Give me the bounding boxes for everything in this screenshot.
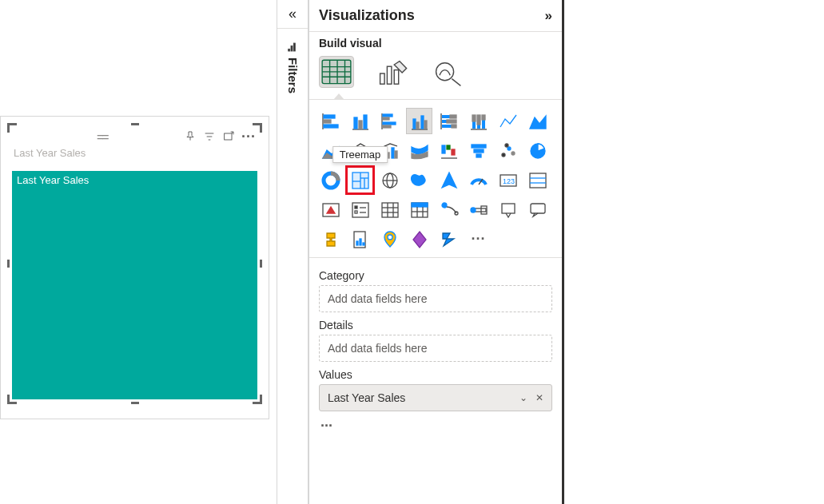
expand-pane-button[interactable]: »: [545, 8, 552, 24]
collapse-filters-button[interactable]: «: [277, 0, 308, 29]
py-visual-icon[interactable]: [465, 196, 492, 223]
svg-point-62: [502, 153, 505, 157]
svg-rect-56: [447, 145, 450, 149]
field-wells: Category Add data fields here Details Ad…: [309, 258, 562, 446]
100-stacked-column-icon[interactable]: [465, 108, 492, 134]
slicer-icon[interactable]: [347, 196, 373, 223]
resize-handle[interactable]: [249, 123, 262, 136]
drag-icon[interactable]: ==: [97, 130, 108, 144]
donut-icon[interactable]: [317, 167, 344, 193]
more-wells-icon[interactable]: ···: [319, 415, 552, 438]
svg-point-101: [471, 208, 476, 212]
funnel-icon[interactable]: [465, 137, 492, 164]
svg-rect-47: [482, 115, 485, 120]
map-icon[interactable]: [376, 167, 403, 193]
svg-rect-60: [474, 149, 484, 153]
well-category[interactable]: Add data fields here: [319, 285, 552, 312]
paginated-report-icon[interactable]: [347, 226, 373, 252]
well-label-category: Category: [319, 269, 552, 282]
resize-handle[interactable]: [7, 260, 10, 268]
svg-rect-18: [324, 120, 331, 123]
well-label-values: Values: [319, 368, 552, 381]
treemap-icon[interactable]: Treemap: [347, 167, 373, 193]
svg-rect-57: [452, 149, 455, 155]
multi-row-card-icon[interactable]: [524, 167, 551, 193]
filter-icon[interactable]: [203, 130, 216, 143]
visualizations-title: Visualizations: [319, 7, 415, 24]
matrix-icon[interactable]: [406, 196, 432, 223]
stacked-bar-icon[interactable]: [317, 108, 344, 134]
filled-map-icon[interactable]: [406, 167, 432, 193]
card-icon[interactable]: 123: [495, 167, 521, 193]
svg-rect-103: [502, 204, 515, 213]
svg-rect-12: [387, 66, 391, 84]
tab-format-visual[interactable]: [375, 56, 410, 88]
more-visuals-icon[interactable]: ···: [465, 226, 492, 252]
svg-rect-85: [355, 211, 357, 213]
azure-map-icon[interactable]: [436, 167, 462, 193]
svg-rect-79: [530, 173, 546, 188]
key-influencers-icon[interactable]: [495, 196, 521, 223]
visualizations-pane: Visualizations » Build visual: [309, 0, 564, 504]
well-values[interactable]: Last Year Sales ⌄ ✕: [319, 384, 552, 411]
line-chart-icon[interactable]: [495, 108, 521, 134]
svg-point-65: [505, 144, 508, 147]
waterfall-icon[interactable]: [436, 137, 462, 164]
svg-rect-19: [324, 125, 338, 128]
svg-rect-40: [452, 125, 456, 128]
visual-container[interactable]: == ··· Last Year Sales Last Year Sales: [10, 126, 259, 401]
svg-rect-22: [359, 121, 362, 129]
chevron-down-icon[interactable]: ⌄: [519, 392, 527, 403]
scatter-icon[interactable]: [495, 137, 521, 164]
treemap-visual[interactable]: Last Year Sales: [12, 171, 257, 399]
r-visual-icon[interactable]: [436, 196, 462, 223]
svg-rect-43: [472, 115, 476, 121]
arcgis-icon[interactable]: [376, 226, 403, 252]
svg-rect-31: [416, 122, 419, 129]
gauge-icon[interactable]: [465, 167, 492, 193]
svg-point-109: [388, 235, 392, 240]
svg-rect-3: [293, 43, 295, 51]
svg-rect-61: [476, 154, 481, 157]
tab-analytics[interactable]: [431, 56, 466, 88]
well-details[interactable]: Add data fields here: [319, 335, 552, 362]
visualizations-header: Visualizations »: [309, 0, 562, 32]
svg-rect-54: [395, 151, 397, 158]
svg-rect-11: [380, 73, 384, 84]
pin-icon[interactable]: [184, 130, 197, 143]
pie-icon[interactable]: [524, 137, 551, 164]
svg-rect-25: [383, 114, 392, 117]
resize-handle[interactable]: [131, 402, 139, 404]
svg-rect-55: [442, 145, 445, 153]
svg-rect-28: [383, 125, 391, 128]
table-icon[interactable]: [376, 196, 403, 223]
clustered-column-icon[interactable]: [406, 108, 432, 134]
focus-mode-icon[interactable]: [222, 130, 235, 143]
visual-header: == ···: [10, 126, 259, 147]
decomposition-tree-icon[interactable]: [317, 226, 344, 252]
remove-field-icon[interactable]: ✕: [535, 392, 543, 403]
tab-build-visual[interactable]: [319, 56, 354, 88]
power-apps-icon[interactable]: [406, 226, 432, 252]
ribbon-chart-icon[interactable]: [406, 137, 432, 164]
visual-type-gallery: Treemap 123 ···: [309, 100, 562, 258]
svg-rect-84: [355, 206, 357, 208]
visual-title: Last Year Sales: [10, 147, 259, 162]
power-automate-icon[interactable]: [436, 226, 462, 252]
svg-rect-26: [383, 117, 389, 120]
kpi-icon[interactable]: [317, 196, 344, 223]
svg-point-64: [512, 152, 515, 155]
svg-rect-30: [413, 119, 416, 129]
qna-icon[interactable]: [524, 196, 551, 223]
100-stacked-bar-icon[interactable]: [436, 108, 462, 134]
clustered-bar-icon[interactable]: [376, 108, 403, 134]
stacked-column-icon[interactable]: [347, 108, 373, 134]
resize-handle[interactable]: [7, 123, 20, 136]
well-field-name: Last Year Sales: [328, 391, 405, 404]
svg-rect-0: [225, 133, 232, 140]
area-chart-icon[interactable]: [524, 108, 551, 134]
resize-handle[interactable]: [260, 260, 262, 268]
resize-handle[interactable]: [131, 123, 139, 125]
svg-rect-2: [291, 46, 293, 51]
filters-label[interactable]: Filters: [286, 40, 300, 93]
